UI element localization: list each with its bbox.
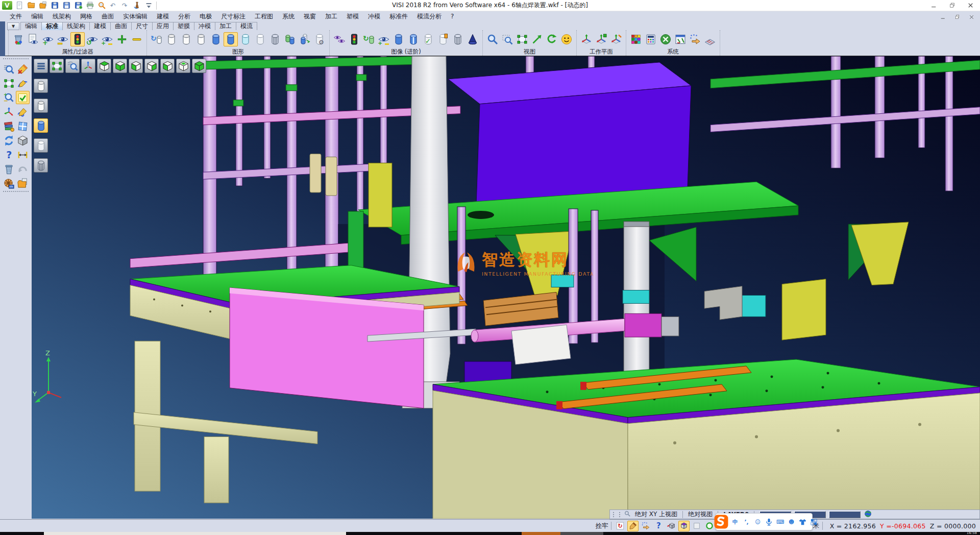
layer-manager-icon[interactable] bbox=[673, 32, 688, 46]
snap-view-label[interactable]: 绝对 XY 上视图 bbox=[635, 510, 677, 519]
menu-item[interactable]: 建模 bbox=[152, 11, 174, 22]
regenerate-icon[interactable] bbox=[2, 134, 16, 147]
menu-item[interactable]: 曲面 bbox=[97, 11, 118, 22]
snap-settings-icon[interactable] bbox=[688, 32, 702, 46]
save-all-icon[interactable] bbox=[73, 0, 84, 11]
status-grip[interactable] bbox=[613, 512, 620, 517]
attribute-books-icon[interactable] bbox=[2, 119, 16, 133]
mdi-minimize-button[interactable] bbox=[938, 13, 947, 20]
menu-item[interactable]: 工程图 bbox=[250, 11, 278, 22]
zoom-extents-icon[interactable] bbox=[50, 59, 64, 73]
mdi-close-button[interactable] bbox=[967, 13, 976, 20]
ime-mic-icon[interactable] bbox=[764, 516, 774, 527]
copy-attributes-icon[interactable] bbox=[26, 32, 40, 46]
shaded-edges-display-icon[interactable] bbox=[224, 32, 238, 46]
zoom-dynamic-icon[interactable] bbox=[485, 32, 500, 46]
taskbar-app-segment[interactable] bbox=[522, 532, 560, 535]
erase-attributes-icon[interactable] bbox=[11, 32, 26, 46]
ribbon-tab[interactable]: 冲模 bbox=[194, 22, 215, 30]
toolbar-grip[interactable] bbox=[3, 58, 29, 61]
solid-box-icon[interactable] bbox=[16, 134, 30, 147]
help-icon[interactable]: ? bbox=[2, 148, 16, 161]
view-bottom-icon[interactable] bbox=[113, 59, 127, 73]
swap-visibility-icon[interactable]: ↺ bbox=[85, 32, 100, 46]
highlight-brush-icon[interactable] bbox=[627, 521, 639, 531]
zoom-extents-icon[interactable] bbox=[2, 77, 16, 90]
taskbar-window-segment[interactable] bbox=[44, 532, 346, 535]
ribbon-tab[interactable]: 模流 bbox=[236, 22, 257, 30]
wireframe-mode-icon[interactable] bbox=[34, 79, 48, 93]
menu-item[interactable]: ? bbox=[446, 12, 458, 21]
open-folder-icon[interactable] bbox=[26, 0, 37, 11]
workplane-on-view-icon[interactable] bbox=[609, 32, 623, 46]
zoom-window-icon[interactable] bbox=[500, 32, 514, 46]
new-file-icon[interactable] bbox=[14, 0, 25, 11]
ime-skin-icon[interactable] bbox=[798, 516, 807, 527]
view-top-icon[interactable] bbox=[97, 59, 111, 73]
toolbar-options-icon[interactable] bbox=[143, 0, 154, 11]
system-tools-icon[interactable] bbox=[658, 32, 673, 46]
menu-item[interactable]: 标准件 bbox=[385, 11, 412, 22]
ime-keyboard-icon[interactable]: ⌨ bbox=[775, 516, 785, 527]
refresh-shading-icon[interactable]: ↻ bbox=[362, 32, 376, 46]
add-to-filter-icon[interactable] bbox=[115, 32, 129, 46]
recycle-selection-icon[interactable]: ↻ bbox=[615, 521, 626, 531]
view-axes-icon[interactable] bbox=[81, 59, 95, 73]
ribbon-tab[interactable]: 应用 bbox=[152, 22, 174, 30]
dock-grip[interactable] bbox=[0, 21, 5, 56]
visibility-toggle-icon[interactable]: + bbox=[100, 32, 114, 46]
advanced-filter-icon[interactable] bbox=[347, 32, 361, 46]
workplane-move-icon[interactable] bbox=[2, 105, 16, 118]
transparent-display-icon[interactable] bbox=[238, 32, 253, 46]
mesh-shade-icon[interactable] bbox=[451, 32, 465, 46]
undo-icon[interactable] bbox=[16, 162, 30, 176]
delete-entity-icon[interactable] bbox=[2, 162, 16, 176]
menu-item[interactable]: 尺寸标注 bbox=[216, 11, 250, 22]
menu-item[interactable]: 分析 bbox=[174, 11, 195, 22]
show-entities-icon[interactable]: + bbox=[41, 32, 55, 46]
verified-shade-icon[interactable]: ✓ bbox=[421, 32, 435, 46]
restore-button[interactable] bbox=[944, 1, 960, 10]
ime-chinese-icon[interactable]: 中 bbox=[730, 516, 740, 527]
redo-icon[interactable]: ↷ bbox=[120, 0, 131, 11]
confirm-icon[interactable] bbox=[16, 91, 30, 104]
ribbon-tab[interactable]: 加工 bbox=[215, 22, 236, 30]
view-line-icon[interactable] bbox=[530, 32, 544, 46]
menu-item[interactable]: 电极 bbox=[195, 11, 216, 22]
mesh-display-icon[interactable] bbox=[268, 32, 282, 46]
attribute-table-icon[interactable] bbox=[644, 32, 658, 46]
ribbon-tab[interactable]: 编辑 bbox=[20, 22, 42, 30]
taskbar-strip[interactable]: 16:58 bbox=[0, 532, 980, 535]
shaded-edges-mode-icon[interactable] bbox=[34, 138, 48, 153]
menu-item[interactable]: 加工 bbox=[321, 11, 342, 22]
menu-item[interactable]: 线架构 bbox=[48, 11, 76, 22]
view-front-icon[interactable] bbox=[160, 59, 175, 73]
view-left-icon[interactable] bbox=[129, 59, 143, 73]
ribbon-tab[interactable]: 线架构 bbox=[62, 22, 90, 30]
cone-shade-icon[interactable] bbox=[465, 32, 480, 46]
background-color-swatch[interactable] bbox=[829, 511, 861, 518]
zoom-fly-icon[interactable] bbox=[65, 59, 80, 73]
view-right-icon[interactable] bbox=[144, 59, 159, 73]
copy-display-icon[interactable] bbox=[298, 32, 312, 46]
dynamic-view-eyes-icon[interactable] bbox=[332, 32, 347, 46]
mdi-restore-button[interactable] bbox=[952, 13, 962, 20]
box-select-icon[interactable] bbox=[666, 521, 677, 531]
menu-item[interactable]: 塑模 bbox=[342, 11, 363, 22]
save-as-icon[interactable] bbox=[61, 0, 72, 11]
open-file-icon[interactable] bbox=[38, 0, 48, 11]
wireframe-display-icon[interactable] bbox=[164, 32, 179, 46]
undo-icon[interactable]: ↶ bbox=[108, 0, 119, 11]
menu-item[interactable]: 文件 bbox=[5, 11, 27, 22]
hidden-line-mode-icon[interactable] bbox=[34, 99, 48, 113]
plain-box-icon[interactable] bbox=[691, 521, 702, 531]
grid-settings-icon[interactable] bbox=[703, 32, 717, 46]
ime-account-icon[interactable]: ☻ bbox=[787, 516, 796, 527]
group-display-icon[interactable] bbox=[283, 32, 297, 46]
zoom-extents-icon[interactable] bbox=[515, 32, 529, 46]
mesh-mode-icon[interactable] bbox=[34, 158, 48, 173]
menu-item[interactable]: 视窗 bbox=[299, 11, 321, 22]
hidden-line-display-icon[interactable] bbox=[179, 32, 193, 46]
curve-sketch-icon[interactable] bbox=[16, 77, 30, 90]
remove-from-filter-icon[interactable] bbox=[130, 32, 144, 46]
